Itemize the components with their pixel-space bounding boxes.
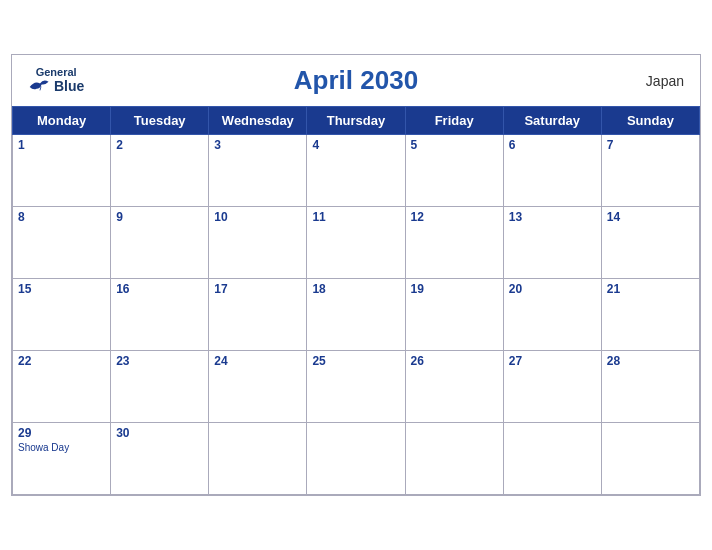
weekday-header: Saturday [503,107,601,135]
calendar-cell: 18 [307,279,405,351]
calendar-cell: 28 [601,351,699,423]
calendar-cell [601,423,699,495]
calendar-grid: MondayTuesdayWednesdayThursdayFridaySatu… [12,106,700,495]
calendar-cell: 20 [503,279,601,351]
calendar-cell: 6 [503,135,601,207]
calendar-cell: 21 [601,279,699,351]
day-number: 8 [18,210,105,224]
day-number: 30 [116,426,203,440]
calendar-body: 1234567891011121314151617181920212223242… [13,135,700,495]
holiday-label: Showa Day [18,442,105,453]
logo-bird-icon [28,78,52,96]
calendar-cell: 7 [601,135,699,207]
calendar-cell: 27 [503,351,601,423]
day-number: 9 [116,210,203,224]
calendar-cell: 22 [13,351,111,423]
calendar-header: General Blue April 2030 Japan [12,55,700,106]
day-number: 20 [509,282,596,296]
calendar-cell: 12 [405,207,503,279]
calendar-cell [307,423,405,495]
day-number: 13 [509,210,596,224]
country-label: Japan [646,73,684,89]
day-number: 25 [312,354,399,368]
calendar-cell: 4 [307,135,405,207]
weekday-header: Wednesday [209,107,307,135]
calendar-cell [503,423,601,495]
calendar-cell: 16 [111,279,209,351]
day-number: 3 [214,138,301,152]
week-row: 22232425262728 [13,351,700,423]
day-number: 24 [214,354,301,368]
calendar-cell: 2 [111,135,209,207]
calendar-cell: 30 [111,423,209,495]
day-number: 19 [411,282,498,296]
weekday-header: Friday [405,107,503,135]
calendar-cell: 8 [13,207,111,279]
calendar-container: General Blue April 2030 Japan MondayTues… [11,54,701,496]
calendar-cell: 23 [111,351,209,423]
weekday-header: Tuesday [111,107,209,135]
weekday-header: Thursday [307,107,405,135]
day-number: 23 [116,354,203,368]
day-number: 16 [116,282,203,296]
day-number: 7 [607,138,694,152]
day-number: 2 [116,138,203,152]
calendar-cell: 14 [601,207,699,279]
day-number: 26 [411,354,498,368]
calendar-cell: 17 [209,279,307,351]
day-number: 10 [214,210,301,224]
calendar-cell: 3 [209,135,307,207]
day-number: 11 [312,210,399,224]
week-row: 29Showa Day30 [13,423,700,495]
day-number: 1 [18,138,105,152]
day-number: 29 [18,426,105,440]
calendar-cell: 26 [405,351,503,423]
calendar-cell [405,423,503,495]
calendar-cell: 5 [405,135,503,207]
week-row: 15161718192021 [13,279,700,351]
day-number: 17 [214,282,301,296]
calendar-cell: 25 [307,351,405,423]
logo-general-text: General [36,65,77,77]
calendar-cell: 1 [13,135,111,207]
day-number: 4 [312,138,399,152]
day-number: 15 [18,282,105,296]
day-number: 6 [509,138,596,152]
calendar-cell: 15 [13,279,111,351]
day-number: 18 [312,282,399,296]
weekday-header: Sunday [601,107,699,135]
weekday-header-row: MondayTuesdayWednesdayThursdayFridaySatu… [13,107,700,135]
calendar-cell: 13 [503,207,601,279]
week-row: 891011121314 [13,207,700,279]
day-number: 14 [607,210,694,224]
day-number: 21 [607,282,694,296]
calendar-cell [209,423,307,495]
logo-blue-text: Blue [54,79,84,94]
calendar-title: April 2030 [294,65,418,96]
day-number: 22 [18,354,105,368]
logo-area: General Blue [28,65,84,95]
calendar-cell: 11 [307,207,405,279]
calendar-cell: 9 [111,207,209,279]
calendar-cell: 10 [209,207,307,279]
weekday-header: Monday [13,107,111,135]
day-number: 27 [509,354,596,368]
week-row: 1234567 [13,135,700,207]
calendar-cell: 19 [405,279,503,351]
calendar-cell: 24 [209,351,307,423]
day-number: 28 [607,354,694,368]
calendar-cell: 29Showa Day [13,423,111,495]
day-number: 12 [411,210,498,224]
day-number: 5 [411,138,498,152]
